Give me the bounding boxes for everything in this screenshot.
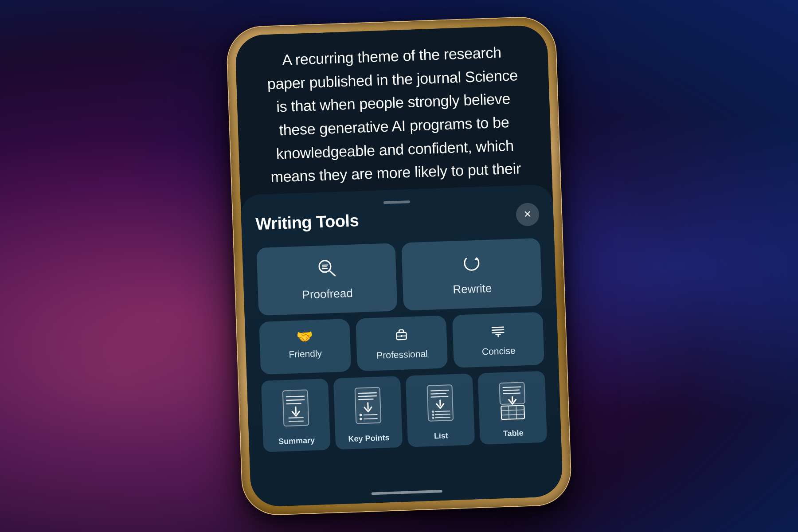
concise-label: Concise: [482, 345, 516, 357]
panel-title: Writing Tools: [255, 211, 359, 234]
proofread-label: Proofread: [302, 286, 353, 302]
svg-line-44: [503, 393, 520, 394]
svg-line-33: [431, 396, 448, 397]
proofread-button[interactable]: Proofread: [256, 243, 397, 316]
list-label: List: [432, 427, 450, 446]
svg-line-19: [289, 418, 303, 418]
summary-icon: [265, 385, 326, 431]
svg-line-9: [492, 327, 504, 328]
phone-wrapper: A recurring theme of the research paper …: [227, 16, 571, 515]
writing-tools-panel: Writing Tools ✕: [240, 184, 563, 507]
svg-line-27: [364, 415, 377, 415]
list-button[interactable]: List: [406, 373, 475, 447]
rewrite-label: Rewrite: [453, 282, 492, 297]
panel-header: Writing Tools ✕: [255, 203, 540, 235]
close-button[interactable]: ✕: [516, 203, 540, 227]
svg-line-37: [435, 417, 450, 418]
table-icon: [481, 377, 543, 424]
friendly-icon: 🤝: [296, 330, 313, 344]
key-points-button[interactable]: Key Points: [333, 376, 403, 450]
summary-label: Summary: [276, 432, 317, 452]
friendly-label: Friendly: [289, 348, 322, 360]
svg-line-43: [503, 390, 519, 391]
key-points-label: Key Points: [346, 430, 391, 450]
article-paragraph: A recurring theme of the research paper …: [262, 40, 526, 189]
professional-icon: [394, 326, 409, 344]
svg-line-32: [431, 393, 446, 394]
svg-line-23: [359, 396, 376, 396]
concise-button[interactable]: Concise: [452, 312, 544, 368]
svg-line-15: [286, 396, 304, 397]
svg-line-17: [286, 403, 301, 404]
summary-button[interactable]: Summary: [261, 379, 331, 452]
svg-line-35: [435, 411, 450, 411]
top-row: Proofread Rewrite: [256, 238, 542, 316]
key-points-icon: [337, 382, 398, 429]
svg-line-10: [492, 330, 504, 330]
svg-line-29: [364, 419, 377, 419]
article-text-area: A recurring theme of the research paper …: [235, 25, 553, 204]
rewrite-button[interactable]: Rewrite: [401, 238, 542, 311]
close-icon: ✕: [524, 208, 532, 220]
svg-line-16: [286, 400, 304, 400]
rewrite-icon: [461, 253, 482, 277]
svg-line-22: [358, 393, 376, 393]
svg-line-24: [359, 399, 373, 399]
mid-row: 🤝 Friendly Professional: [259, 312, 544, 375]
concise-icon: [490, 323, 506, 341]
table-button[interactable]: Table: [478, 371, 548, 445]
professional-button[interactable]: Professional: [356, 315, 448, 371]
svg-line-36: [435, 414, 450, 415]
svg-line-31: [430, 390, 448, 391]
list-icon: [409, 380, 470, 426]
svg-rect-46: [501, 405, 524, 419]
phone-screen: A recurring theme of the research paper …: [235, 25, 563, 507]
svg-line-20: [289, 421, 303, 422]
svg-line-42: [503, 387, 520, 387]
table-label: Table: [501, 425, 525, 444]
svg-line-49: [509, 406, 509, 419]
bottom-row: Summary: [261, 371, 547, 452]
professional-label: Professional: [376, 348, 428, 361]
svg-rect-8: [400, 335, 402, 337]
svg-line-11: [492, 332, 504, 333]
svg-line-50: [516, 406, 516, 419]
svg-line-1: [329, 270, 335, 276]
friendly-button[interactable]: 🤝 Friendly: [259, 319, 351, 375]
phone-frame: A recurring theme of the research paper …: [227, 16, 571, 515]
proofread-icon: [316, 258, 337, 282]
